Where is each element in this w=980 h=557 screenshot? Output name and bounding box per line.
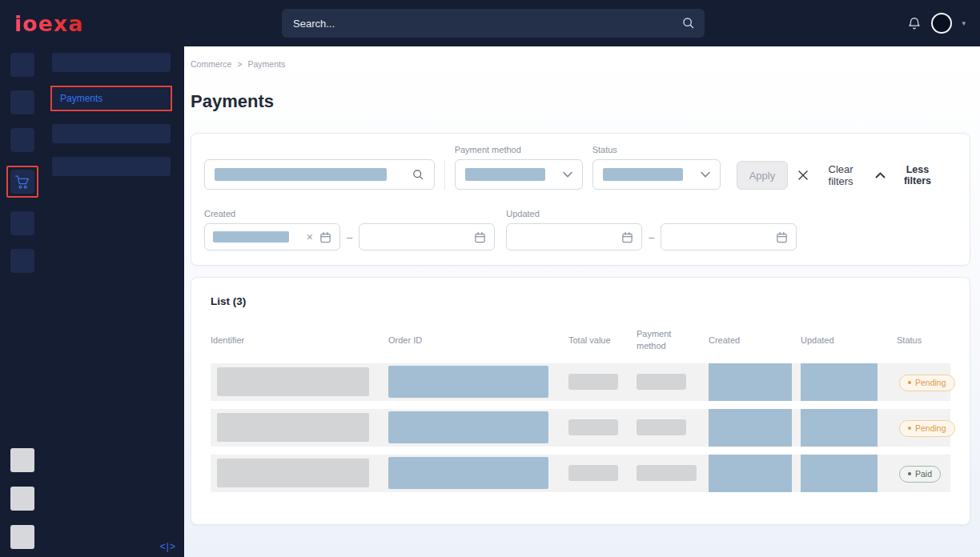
calendar-icon[interactable]: [319, 231, 331, 243]
payment-method-placeholder: [637, 419, 686, 435]
payment-method-value-placeholder: [465, 168, 545, 181]
col-header-created: Created: [709, 335, 801, 345]
order-id-placeholder: [388, 366, 548, 398]
user-menu-caret-icon[interactable]: ▾: [962, 20, 966, 27]
updated-placeholder: [801, 455, 878, 492]
rail-bottom-item-1[interactable]: [10, 448, 34, 472]
payments-list-card: List (3) Identifier Order ID Total value…: [191, 277, 970, 525]
created-label: Created: [204, 209, 495, 218]
col-header-identifier: Identifier: [211, 335, 388, 345]
payment-method-label: Payment method: [455, 145, 583, 154]
calendar-icon[interactable]: [474, 231, 486, 243]
status-value-placeholder: [603, 168, 683, 181]
created-date-range: × –: [204, 223, 495, 250]
clear-filters-button[interactable]: Clear filters: [797, 161, 866, 190]
search-icon: [412, 168, 424, 181]
total-value-placeholder: [568, 374, 618, 390]
identifier-placeholder: [217, 413, 369, 442]
rail-bottom-item-3[interactable]: [10, 525, 34, 549]
page-title: Payments: [191, 91, 970, 112]
created-placeholder: [709, 455, 792, 492]
identifier-placeholder: [217, 367, 369, 396]
calendar-icon[interactable]: [776, 231, 788, 243]
user-avatar[interactable]: [931, 13, 952, 34]
col-header-total-value: Total value: [568, 335, 637, 345]
status-label: Status: [592, 145, 721, 154]
status-select[interactable]: [592, 159, 721, 190]
icon-rail: [0, 46, 44, 557]
topbar: ioexa ▾: [0, 0, 980, 46]
rail-bottom-item-2[interactable]: [10, 487, 34, 511]
sidebar-item-1[interactable]: [52, 53, 171, 72]
sidebar-item-payments-label: Payments: [53, 88, 170, 109]
calendar-icon[interactable]: [621, 231, 633, 243]
rail-nav-item-1[interactable]: [10, 53, 34, 77]
chevron-down-icon: [701, 171, 710, 178]
clear-filters-label: Clear filters: [816, 163, 866, 187]
sidebar-item-4[interactable]: [52, 157, 171, 176]
status-dot-icon: [908, 381, 911, 384]
created-date-group: Created ×: [204, 209, 495, 250]
filter-search-value-placeholder: [215, 168, 387, 181]
order-id-placeholder: [388, 411, 548, 443]
app-shell: Payments <|> Commerce > Payments Payment…: [0, 46, 980, 557]
updated-date-group: Updated –: [506, 209, 797, 250]
close-icon: [797, 170, 809, 181]
status-dot-icon: [908, 472, 911, 475]
status-badge: Pending: [899, 375, 955, 391]
rail-nav-item-3[interactable]: [10, 128, 34, 152]
filters-card: Payment method Status: [191, 133, 970, 266]
updated-placeholder: [801, 363, 878, 401]
filters-divider: [444, 159, 445, 190]
less-filters-button[interactable]: Less filters: [875, 161, 942, 190]
panel-collapse-icon[interactable]: <|>: [160, 541, 176, 552]
sidebar-item-3[interactable]: [52, 124, 171, 143]
status-filter-group: Status: [592, 145, 721, 190]
total-value-placeholder: [568, 419, 618, 435]
created-to-date-input[interactable]: [359, 223, 495, 250]
col-header-payment-method: Payment method: [637, 328, 681, 352]
table-row[interactable]: Paid: [211, 455, 950, 492]
main-content: Commerce > Payments Payments: [184, 46, 980, 557]
identifier-placeholder: [217, 459, 369, 487]
updated-from-date-input[interactable]: [506, 223, 642, 250]
table-row[interactable]: Pending: [211, 409, 950, 447]
created-from-date-input[interactable]: ×: [204, 223, 340, 250]
apply-button[interactable]: Apply: [737, 161, 789, 190]
breadcrumb-payments: Payments: [247, 59, 285, 69]
payment-method-placeholder: [637, 374, 686, 390]
filters-row-2: Created ×: [204, 209, 957, 250]
rail-nav-item-commerce-active[interactable]: [6, 166, 38, 198]
list-title: List (3): [211, 295, 950, 307]
notifications-bell-icon[interactable]: [907, 16, 922, 31]
created-from-value-placeholder: [213, 231, 289, 242]
sidebar-panel: Payments <|>: [44, 46, 184, 557]
updated-placeholder: [801, 409, 878, 447]
status-badge: Paid: [899, 466, 941, 483]
app-root: ioexa ▾: [0, 0, 980, 557]
breadcrumb-separator: >: [237, 59, 242, 69]
status-badge: Pending: [899, 420, 955, 437]
table-header-row: Identifier Order ID Total value Payment …: [211, 328, 950, 352]
global-search: [282, 9, 705, 38]
updated-date-range: –: [506, 223, 797, 250]
payment-method-select[interactable]: [455, 159, 583, 190]
filter-search-input[interactable]: [204, 159, 435, 190]
updated-to-date-input[interactable]: [661, 223, 797, 250]
rail-nav-item-6[interactable]: [10, 249, 34, 273]
payment-method-placeholder: [637, 465, 697, 481]
breadcrumb-commerce[interactable]: Commerce: [191, 59, 231, 69]
shopping-cart-icon: [10, 170, 34, 194]
table-row[interactable]: Pending: [211, 363, 950, 401]
rail-nav-item-5[interactable]: [10, 211, 34, 235]
clear-date-icon[interactable]: ×: [307, 231, 313, 242]
breadcrumb: Commerce > Payments: [191, 46, 970, 69]
date-range-dash: –: [347, 231, 352, 243]
sidebar-item-payments-active[interactable]: Payments: [50, 86, 172, 111]
search-icon: [681, 16, 695, 30]
date-range-dash: –: [649, 231, 654, 243]
global-search-input[interactable]: [282, 9, 705, 38]
app-logo[interactable]: ioexa: [14, 11, 84, 36]
less-filters-label: Less filters: [893, 164, 942, 186]
rail-nav-item-2[interactable]: [10, 90, 34, 114]
